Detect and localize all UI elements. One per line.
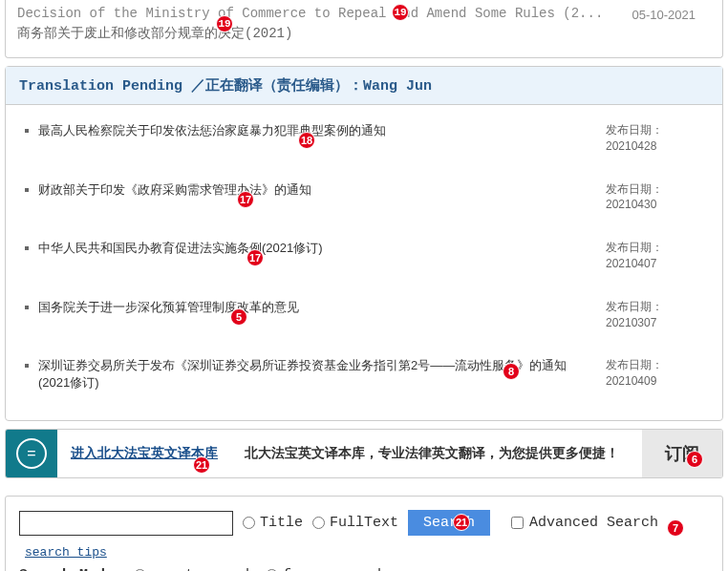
fuzzy-radio-label: fuzzy search xyxy=(283,567,386,571)
count-badge: 17 xyxy=(246,249,264,266)
fulltext-radio-label: FullText xyxy=(330,515,398,531)
search-input[interactable] xyxy=(19,511,233,536)
bullet-icon xyxy=(25,246,29,250)
search-panel: Title FullText Search Advanced Search se… xyxy=(5,496,723,571)
list-item: 深圳证券交易所关于发布《深圳证券交易所证券投资基金业务指引第2号——流动性服务》… xyxy=(6,348,722,409)
subscribe-button[interactable]: 订阅 xyxy=(642,430,722,477)
item-title[interactable]: 财政部关于印发《政府采购需求管理办法》的通知 xyxy=(38,181,606,199)
pending-list: 最高人民检察院关于印发依法惩治家庭暴力犯罪典型案例的通知发布日期：2021042… xyxy=(6,105,722,420)
item-title[interactable]: 中华人民共和国民办教育促进法实施条例(2021修订) xyxy=(38,240,606,257)
count-badge: 17 xyxy=(237,191,254,208)
promo-bar: 进入北大法宝英文译本库 北大法宝英文译本库，专业法律英文翻译，为您提供更多便捷！… xyxy=(5,429,723,478)
exact-radio-label: exact search xyxy=(151,567,254,571)
item-title[interactable]: 国务院关于进一步深化预算管理制度改革的意见 xyxy=(38,299,606,316)
search-tips-link[interactable]: search tips xyxy=(25,545,107,560)
item-title[interactable]: 最高人民检察院关于印发依法惩治家庭暴力犯罪典型案例的通知 xyxy=(38,122,606,139)
item-date: 发布日期：20210430 xyxy=(606,181,711,214)
title-radio-input[interactable] xyxy=(243,517,255,529)
featured-title-zh[interactable]: 商务部关于废止和修改部分规章的决定(2021) xyxy=(17,24,711,44)
item-title[interactable]: 深圳证券交易所关于发布《深圳证券交易所证券投资基金业务指引第2号——流动性服务》… xyxy=(38,357,606,391)
bullet-icon xyxy=(25,364,29,368)
list-item: 国务院关于进一步深化预算管理制度改革的意见发布日期：202103075 xyxy=(6,289,722,349)
bullet-icon xyxy=(25,306,29,309)
advanced-search-input[interactable] xyxy=(511,517,524,529)
count-badge: 19 xyxy=(392,4,409,21)
featured-title-en[interactable]: Decision of the Ministry of Commerce to … xyxy=(17,4,711,24)
fulltext-radio[interactable]: FullText xyxy=(312,515,398,531)
bullet-icon xyxy=(25,129,29,133)
search-mode-label: Search Mode: xyxy=(19,567,122,571)
count-badge: 18 xyxy=(298,132,315,149)
section-header: Translation Pending ／正在翻译（责任编辑）：Wang Jun xyxy=(6,67,722,105)
advanced-search-label: Advanced Search xyxy=(529,515,658,531)
promo-text: 北大法宝英文译本库，专业法律英文翻译，为您提供更多便捷！ xyxy=(245,445,619,462)
list-item: 财政部关于印发《政府采购需求管理办法》的通知发布日期：2021043017 xyxy=(6,172,722,231)
item-date: 发布日期：20210428 xyxy=(606,122,711,155)
count-badge: 19 xyxy=(216,15,233,32)
fulltext-radio-input[interactable] xyxy=(312,517,325,529)
list-item: 中华人民共和国民办教育促进法实施条例(2021修订)发布日期：202104071… xyxy=(6,230,722,289)
count-badge: 5 xyxy=(230,308,247,326)
title-radio[interactable]: Title xyxy=(243,515,303,531)
list-item: 最高人民检察院关于印发依法惩治家庭暴力犯罪典型案例的通知发布日期：2021042… xyxy=(6,113,722,172)
item-date: 发布日期：20210409 xyxy=(606,357,711,390)
advanced-search-checkbox[interactable]: Advanced Search xyxy=(511,515,658,531)
fuzzy-radio[interactable]: fuzzy search xyxy=(266,567,386,571)
item-date: 发布日期：20210307 xyxy=(606,299,711,331)
exact-radio[interactable]: exact search xyxy=(134,567,254,571)
item-date: 发布日期：20210407 xyxy=(606,240,711,272)
featured-item: Decision of the Ministry of Commerce to … xyxy=(6,0,722,57)
bullet-icon xyxy=(25,188,29,192)
library-icon xyxy=(6,430,57,477)
search-button[interactable]: Search xyxy=(408,510,490,536)
featured-date: 05-10-2021 xyxy=(632,6,696,25)
title-radio-label: Title xyxy=(260,515,303,531)
